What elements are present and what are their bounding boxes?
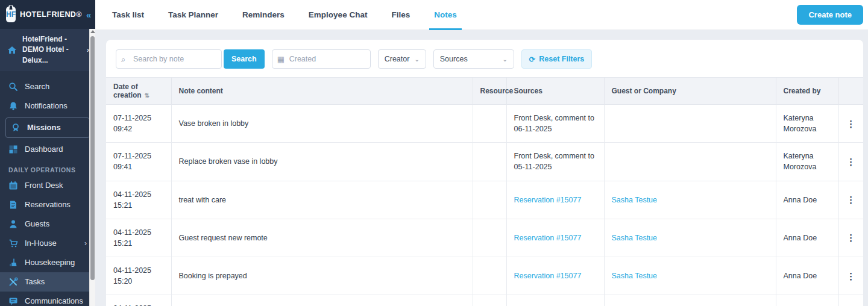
- header-guest-or-company: Guest or Company: [604, 78, 776, 105]
- header-sources: Sources: [506, 78, 604, 105]
- search-icon: ⌕: [121, 55, 125, 63]
- sidebar-item-housekeeping[interactable]: Housekeeping: [0, 253, 95, 272]
- hotel-selector[interactable]: HotelFriend - DEMO Hotel - Delux... ›: [0, 29, 95, 71]
- sidebar-item-label: In-House: [25, 239, 57, 248]
- sidebar-item-reservations[interactable]: Reservations: [0, 195, 95, 214]
- sidebar-item-guests[interactable]: Guests: [0, 214, 95, 234]
- cell-note-content: Replace broken vase in lobby: [171, 143, 473, 181]
- cell-guest-or-company: [604, 105, 776, 143]
- cell-guest-or-company: [604, 143, 776, 181]
- tab-task-list[interactable]: Task list: [112, 0, 144, 30]
- create-note-button[interactable]: Create note: [797, 5, 863, 25]
- cell-resource: [473, 295, 506, 306]
- row-actions-menu-icon[interactable]: ⋮: [843, 272, 860, 281]
- cell-source[interactable]: Reservation #15077: [506, 219, 604, 257]
- calendar-icon: ▦: [277, 55, 285, 63]
- cell-note-content: treat with care: [171, 181, 473, 219]
- cell-note-content: Gift card requested for Jerome James: [171, 295, 473, 306]
- sidebar-nav: Search Notifications Missions Dashboard …: [0, 71, 95, 306]
- tab-files[interactable]: Files: [391, 0, 410, 30]
- cell-resource: [473, 181, 506, 219]
- broom-icon: [8, 258, 18, 267]
- person-icon: [8, 219, 18, 229]
- row-actions-menu-icon[interactable]: ⋮: [843, 195, 860, 204]
- sidebar-item-label: Notifications: [25, 102, 68, 110]
- tab-notes[interactable]: Notes: [434, 0, 457, 30]
- sidebar-item-missions[interactable]: Missions: [5, 117, 90, 138]
- cell-date-of-creation: 04-11-2025 15:21: [106, 181, 171, 219]
- scrollbar-thumb[interactable]: [90, 36, 95, 280]
- table-row: 04-11-2025 15:21 treat with care Reserva…: [106, 181, 863, 219]
- cell-guest-or-company[interactable]: Sasha Testue: [604, 219, 776, 257]
- sidebar-item-dashboard[interactable]: Dashboard: [0, 140, 95, 159]
- tab-task-planner[interactable]: Task Planner: [168, 0, 218, 30]
- sidebar-item-front-desk[interactable]: Front Desk: [0, 176, 95, 195]
- search-button[interactable]: Search: [224, 49, 265, 69]
- chat-icon: [8, 296, 18, 306]
- header-date-of-creation[interactable]: Date of creation⇅: [106, 78, 171, 105]
- sidebar-item-in-house[interactable]: In-House ›: [0, 234, 95, 253]
- header-note-content: Note content: [171, 78, 473, 105]
- sidebar-item-label: Communications: [25, 297, 83, 305]
- notes-table-wrap: Date of creation⇅ Note content Resource …: [106, 77, 863, 306]
- calendar-icon: [8, 181, 18, 190]
- cell-note-content: Vase broken in lobby: [171, 105, 473, 143]
- tab-reminders[interactable]: Reminders: [242, 0, 285, 30]
- cell-note-content: Booking is prepayed: [171, 257, 473, 295]
- sidebar-item-search[interactable]: Search: [0, 77, 95, 96]
- creator-dropdown[interactable]: Creator ⌄: [378, 49, 426, 69]
- cell-created-by: Anna Doe: [776, 257, 838, 295]
- chevron-down-icon: ⌄: [502, 56, 507, 63]
- hotelfriend-logo-icon: HF: [6, 7, 16, 22]
- cell-source[interactable]: Reservation #15077: [506, 181, 604, 219]
- cell-note-content: Guest request new remote: [171, 219, 473, 257]
- brand-name: HOTELFRIEND®: [20, 10, 82, 19]
- scrollbar-up-arrow-icon[interactable]: [90, 30, 95, 33]
- sidebar-scrollbar[interactable]: [89, 29, 95, 306]
- cell-date-of-creation: 07-11-2025 09:42: [106, 105, 171, 143]
- tools-icon: [8, 277, 18, 287]
- cell-guest-or-company[interactable]: Sasha Testue: [604, 295, 776, 306]
- cell-guest-or-company[interactable]: Sasha Testue: [604, 181, 776, 219]
- search-input-wrap: ⌕: [116, 49, 222, 69]
- sidebar-item-notifications[interactable]: Notifications: [0, 96, 95, 116]
- chevron-right-icon: ›: [84, 239, 87, 248]
- sidebar-item-tasks[interactable]: Tasks: [0, 272, 95, 292]
- search-icon: [8, 82, 18, 92]
- tab-employee-chat[interactable]: Employee Chat: [309, 0, 368, 30]
- header-created-by: Created by: [776, 78, 838, 105]
- sort-icon[interactable]: ⇅: [145, 92, 149, 99]
- sidebar-item-label: Reservations: [25, 201, 71, 209]
- cell-guest-or-company[interactable]: Sasha Testue: [604, 257, 776, 295]
- cell-source[interactable]: Reservation #15077: [506, 257, 604, 295]
- table-row: 04-11-2025 15:20 Booking is prepayed Res…: [106, 257, 863, 295]
- cell-date-of-creation: 07-11-2025 09:41: [106, 143, 171, 181]
- cell-resource: [473, 219, 506, 257]
- cell-resource: [473, 105, 506, 143]
- row-actions-menu-icon[interactable]: ⋮: [843, 119, 860, 128]
- sidebar-collapse-icon[interactable]: «: [86, 10, 91, 20]
- cell-source[interactable]: Reservation #15077: [506, 295, 604, 306]
- sidebar-item-communications[interactable]: Communications ›: [0, 292, 95, 306]
- cell-created-by: Anna Doe: [776, 219, 838, 257]
- cell-date-of-creation: 04-11-2025 15:20: [106, 257, 171, 295]
- row-actions-menu-icon[interactable]: ⋮: [843, 233, 860, 242]
- medal-icon: [11, 123, 20, 133]
- search-input[interactable]: [116, 49, 222, 69]
- reset-icon: ⟳: [529, 55, 535, 64]
- cell-resource: [473, 257, 506, 295]
- sources-dropdown-label: Sources: [440, 55, 468, 63]
- sources-dropdown[interactable]: Sources ⌄: [433, 49, 514, 69]
- cart-icon: [8, 239, 18, 248]
- sidebar-item-label: Missions: [27, 123, 61, 132]
- cell-created-by: Anna Doe: [776, 181, 838, 219]
- sidebar-item-label: Dashboard: [25, 145, 63, 154]
- table-row: 07-11-2025 09:41 Replace broken vase in …: [106, 143, 863, 181]
- filter-bar: ⌕ Search ▦ Creator ⌄ Sources ⌄: [106, 49, 863, 77]
- row-actions-menu-icon[interactable]: ⋮: [843, 157, 860, 166]
- reset-filters-label: Reset Filters: [539, 55, 584, 63]
- reset-filters-button[interactable]: ⟳ Reset Filters: [521, 49, 593, 69]
- cell-source: Front Desk, comment to 06-11-2025: [506, 105, 604, 143]
- sidebar-item-label: Housekeeping: [25, 258, 75, 267]
- created-date-input[interactable]: [272, 49, 371, 69]
